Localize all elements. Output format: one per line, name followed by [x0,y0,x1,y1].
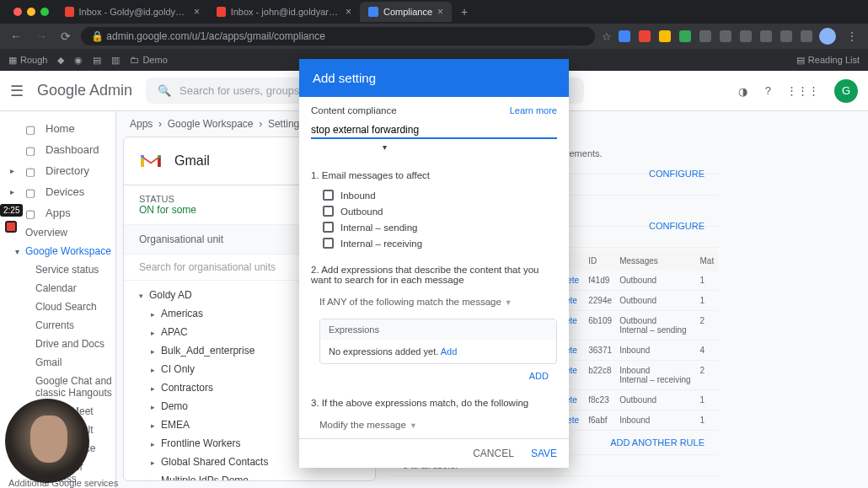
forward-button[interactable]: → [32,29,51,43]
configure-button[interactable]: CONFIGURE [649,221,705,231]
back-button[interactable]: ← [7,29,25,43]
card-title: Gmail [174,153,210,169]
table-header: Messages [616,251,696,271]
google-admin-logo: Google Admin [37,82,132,99]
checkbox-label: Inbound [340,190,376,201]
nav-sub-item[interactable]: Service status [0,260,115,279]
chrome-menu-icon[interactable]: ⋮ [843,29,861,43]
presenter-webcam [5,399,89,483]
tasks-icon[interactable]: ◑ [738,85,750,97]
address-bar: ← → ⟳ 🔒 admin.google.com/u/1/ac/apps/gma… [0,24,868,49]
setting-description-input[interactable] [311,121,557,139]
breadcrumb-link[interactable]: Google Workspace [168,118,254,130]
close-tab-icon[interactable]: × [194,6,200,18]
section-2-title: 2. Add expressions that describe the con… [311,265,557,285]
browser-tab[interactable]: Compliance× [360,2,452,22]
nav-item-home[interactable]: ▢Home [0,118,115,139]
timestamp-badge: 2:25 [0,204,23,217]
save-button[interactable]: SAVE [531,448,557,459]
checkbox[interactable] [323,222,334,233]
nav-sub-item[interactable]: Gmail [0,353,115,372]
modal-title: Add setting [299,59,569,97]
checkbox-label: Outbound [340,206,383,217]
bookmark-item[interactable]: ▤ [93,55,101,66]
extension-icons[interactable] [619,30,812,42]
checkbox-label: Internal – receiving [340,239,422,249]
bookmark-item[interactable]: ▦ Rough [8,55,47,66]
close-window-icon[interactable] [13,8,22,16]
url-input[interactable]: 🔒 admin.google.com/u/1/ac/apps/gmail/com… [81,27,595,46]
section-3-title: 3. If the above expressions match, do th… [311,398,557,408]
close-tab-icon[interactable]: × [437,6,443,18]
checkbox-label: Internal – sending [340,223,417,233]
bookmark-item[interactable]: ▥ [111,55,120,66]
reading-list-button[interactable]: ▤ Reading List [796,55,860,66]
zoom-window-icon[interactable] [40,8,49,16]
bookmark-item[interactable]: 🗀 Demo [130,55,167,65]
checkbox[interactable] [323,190,334,201]
ou-item[interactable]: ▸Multiple IdPs Demo [131,471,368,480]
apps-launcher-icon[interactable]: ⋮⋮⋮ [786,84,819,97]
expressions-header: Expressions [320,319,556,340]
add-expression-button[interactable]: ADD [311,367,557,389]
bookmark-item[interactable]: ◉ [74,55,83,66]
expressions-empty: No expressions added yet. Add [320,340,556,363]
expressions-box: Expressions No expressions added yet. Ad… [319,319,557,364]
add-setting-modal: Add setting Content compliance Learn mor… [299,59,569,468]
tab-strip: Inbox - Goldy@id.goldyarora.c×Inbox - jo… [0,0,868,24]
gmail-icon [139,149,163,173]
nav-sub-item[interactable]: Cloud Search [0,298,115,316]
record-indicator-icon [5,221,17,233]
nav-sub-item[interactable]: Currents [0,316,115,335]
nav-item-devices[interactable]: ▸▢Devices [0,181,115,202]
nav-sub-item[interactable]: Drive and Docs [0,335,115,353]
reload-button[interactable]: ⟳ [57,29,74,43]
account-avatar[interactable]: G [834,79,858,103]
close-tab-icon[interactable]: × [346,6,351,18]
browser-tab[interactable]: Inbox - john@id.goldyarora.co× [208,2,360,22]
configure-button[interactable]: CONFIGURE [649,169,705,179]
browser-tab[interactable]: Inbox - Goldy@id.goldyarora.c× [56,2,208,22]
new-tab-button[interactable]: + [453,5,476,19]
checkbox[interactable] [323,238,334,249]
minimize-window-icon[interactable] [27,8,35,16]
table-header: ID [585,251,616,271]
nav-sub-item[interactable]: Google Chat and classic Hangouts [0,372,115,402]
add-expression-link[interactable]: Add [441,346,458,357]
action-mode-select[interactable]: Modify the message▼ [311,415,557,435]
help-icon[interactable]: ? [765,84,771,97]
nav-google-workspace[interactable]: ▾Google Workspace [0,242,115,260]
learn-more-link[interactable]: Learn more [510,105,557,115]
section-1-title: 1. Email messages to affect [311,170,557,180]
nav-overview[interactable]: Overview [0,223,115,242]
breadcrumb-link[interactable]: Apps [130,118,153,130]
modal-subtitle: Content compliance [311,105,397,115]
menu-icon[interactable]: ☰ [10,82,24,100]
profile-avatar-icon[interactable] [819,28,836,45]
nav-item-dashboard[interactable]: ▢Dashboard [0,139,115,160]
match-mode-select[interactable]: If ANY of the following match the messag… [311,292,557,312]
checkbox[interactable] [323,206,334,217]
search-icon: 🔍 [158,84,171,97]
nav-item-directory[interactable]: ▸▢Directory [0,160,115,181]
macos-window-controls[interactable] [7,8,56,16]
cancel-button[interactable]: CANCEL [473,448,514,459]
table-header: Mat [697,251,718,271]
nav-sub-item[interactable]: Calendar [0,279,115,298]
bookmark-item[interactable]: ◆ [57,55,64,66]
